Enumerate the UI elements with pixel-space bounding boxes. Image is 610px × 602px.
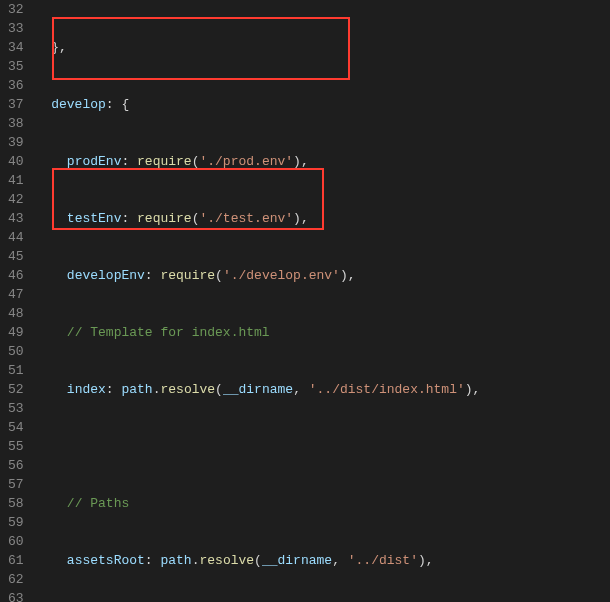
line-number: 35 [8, 57, 24, 76]
line-number: 61 [8, 551, 24, 570]
line-number: 52 [8, 380, 24, 399]
line-number: 54 [8, 418, 24, 437]
code-line: }, [36, 38, 610, 57]
line-number: 42 [8, 190, 24, 209]
line-number: 57 [8, 475, 24, 494]
line-number: 59 [8, 513, 24, 532]
code-line: // Template for index.html [36, 323, 610, 342]
line-number: 53 [8, 399, 24, 418]
code-area[interactable]: }, develop: { prodEnv: require('./prod.e… [36, 0, 610, 602]
line-number: 39 [8, 133, 24, 152]
line-number: 37 [8, 95, 24, 114]
code-line: developEnv: require('./develop.env'), [36, 266, 610, 285]
code-line: // Paths [36, 494, 610, 513]
line-number: 51 [8, 361, 24, 380]
line-number: 45 [8, 247, 24, 266]
code-editor: 32 33 34 35 36 37 38 39 40 41 42 43 44 4… [0, 0, 610, 602]
code-line: testEnv: require('./test.env'), [36, 209, 610, 228]
code-line: index: path.resolve(__dirname, '../dist/… [36, 380, 610, 399]
code-line [36, 437, 610, 456]
line-number-gutter: 32 33 34 35 36 37 38 39 40 41 42 43 44 4… [0, 0, 36, 602]
line-number: 60 [8, 532, 24, 551]
line-number: 55 [8, 437, 24, 456]
line-number: 38 [8, 114, 24, 133]
line-number: 46 [8, 266, 24, 285]
line-number: 44 [8, 228, 24, 247]
line-number: 43 [8, 209, 24, 228]
line-number: 58 [8, 494, 24, 513]
code-line: assetsRoot: path.resolve(__dirname, '../… [36, 551, 610, 570]
line-number: 36 [8, 76, 24, 95]
line-number: 49 [8, 323, 24, 342]
line-number: 33 [8, 19, 24, 38]
line-number: 63 [8, 589, 24, 602]
line-number: 34 [8, 38, 24, 57]
line-number: 40 [8, 152, 24, 171]
line-number: 62 [8, 570, 24, 589]
line-number: 47 [8, 285, 24, 304]
line-number: 48 [8, 304, 24, 323]
code-line: develop: { [36, 95, 610, 114]
line-number: 50 [8, 342, 24, 361]
line-number: 32 [8, 0, 24, 19]
line-number: 41 [8, 171, 24, 190]
line-number: 56 [8, 456, 24, 475]
code-line: prodEnv: require('./prod.env'), [36, 152, 610, 171]
